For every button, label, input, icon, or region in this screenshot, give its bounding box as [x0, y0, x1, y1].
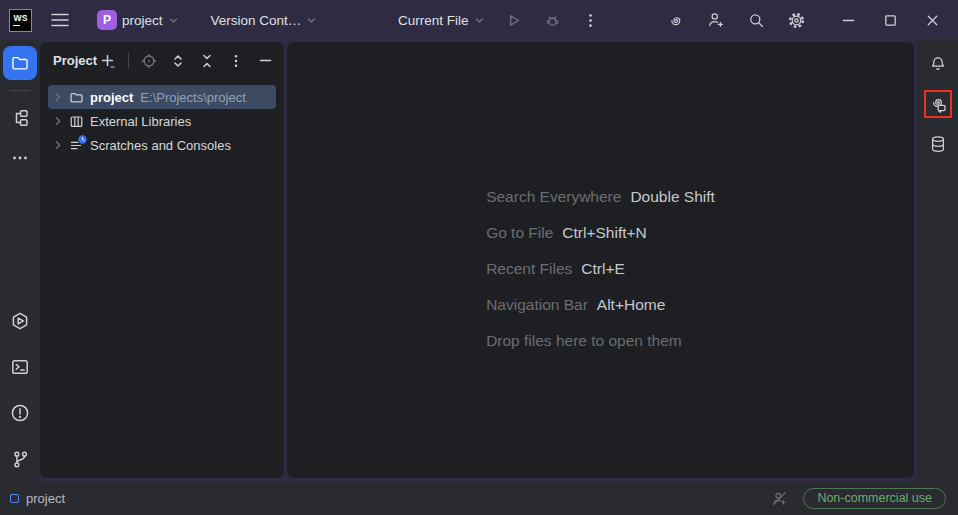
code-with-me-disabled-button[interactable] [770, 489, 789, 508]
main-menu-button[interactable] [51, 13, 69, 27]
debug-button[interactable] [536, 11, 569, 30]
window-controls [841, 13, 940, 28]
structure-toolwindow-button[interactable] [3, 101, 37, 135]
chevron-down-icon [168, 15, 179, 26]
ellipsis-icon [11, 149, 29, 167]
collapse-all-button[interactable] [196, 50, 218, 72]
terminal-icon [10, 357, 30, 377]
chevron-right-icon[interactable] [52, 115, 64, 127]
shortcut-keys: Double Shift [630, 188, 714, 206]
database-icon [928, 134, 948, 154]
minimize-icon [841, 13, 856, 28]
project-avatar-badge: P [97, 10, 117, 30]
shortcut-row: Search Everywhere Double Shift [486, 188, 715, 210]
shortcut-action: Search Everywhere [486, 188, 621, 206]
kebab-menu-icon [229, 54, 243, 68]
status-project-widget[interactable]: project [10, 491, 65, 506]
shortcut-keys: Alt+Home [597, 296, 666, 314]
ai-assistant-button[interactable] [666, 11, 685, 30]
license-badge[interactable]: Non-commercial use [803, 488, 946, 509]
editor-empty-state: Search Everywhere Double Shift Go to Fil… [287, 42, 914, 478]
settings-button[interactable] [787, 11, 806, 30]
title-bar-right [666, 10, 958, 30]
status-project-name: project [26, 491, 65, 506]
problems-toolwindow-button[interactable] [7, 400, 33, 426]
terminal-toolwindow-button[interactable] [7, 354, 33, 380]
status-bar-right: Non-commercial use [770, 488, 946, 509]
collapse-all-icon [199, 53, 215, 69]
git-branch-icon [11, 450, 30, 469]
plus-icon [100, 53, 116, 69]
select-opened-file-button[interactable] [138, 50, 160, 72]
webstorm-logo-underscore [13, 25, 20, 27]
chevron-right-icon[interactable] [52, 91, 64, 103]
ai-assistant-spiral-icon [666, 11, 685, 30]
shortcut-keys: Ctrl+Shift+N [562, 224, 646, 242]
ai-chat-icon [928, 94, 948, 114]
shortcut-action: Go to File [486, 224, 553, 242]
shortcut-keys: Ctrl+E [581, 260, 625, 278]
minus-icon [258, 53, 273, 68]
project-panel-header: Project [40, 42, 284, 79]
chevron-down-icon [306, 15, 317, 26]
shortcut-row: Recent Files Ctrl+E [486, 260, 715, 282]
toolbar-divider [10, 90, 30, 91]
expand-all-icon [170, 53, 186, 69]
webstorm-logo[interactable]: WS [9, 9, 32, 32]
maximize-button[interactable] [883, 13, 898, 28]
expand-all-button[interactable] [167, 50, 189, 72]
project-panel-title: Project [53, 53, 97, 68]
panel-options-button[interactable] [225, 50, 247, 72]
run-toolbar: Current File [392, 0, 606, 40]
tree-node-label: External Libraries [90, 114, 191, 129]
drop-files-hint-row: Drop files here to open them [486, 332, 715, 354]
project-tool-window: Project [40, 42, 284, 478]
minimize-button[interactable] [841, 13, 856, 28]
clock-badge-icon [78, 135, 87, 144]
project-widget-label: project [122, 13, 163, 28]
notifications-button[interactable] [925, 51, 951, 77]
shortcut-action: Recent Files [486, 260, 572, 278]
maximize-icon [883, 13, 898, 28]
bug-icon [543, 11, 562, 30]
database-toolwindow-button[interactable] [925, 131, 951, 157]
version-control-toolwindow-button[interactable] [7, 446, 33, 472]
tree-row-scratches[interactable]: Scratches and Consoles [48, 133, 276, 157]
play-icon [504, 11, 523, 30]
ai-chat-toolwindow-button[interactable] [925, 91, 951, 117]
more-toolwindows-button[interactable] [3, 141, 37, 175]
search-icon [747, 11, 766, 30]
code-with-me-button[interactable] [706, 10, 726, 30]
tree-node-path: E:\Projects\project [140, 90, 246, 105]
new-item-button[interactable] [97, 50, 119, 72]
project-toolwindow-button[interactable] [3, 46, 37, 80]
actions-divider [128, 53, 129, 69]
services-toolwindow-button[interactable] [7, 308, 33, 334]
search-everywhere-button[interactable] [747, 11, 766, 30]
title-bar: WS P project Version Cont… Current File [0, 0, 958, 40]
project-widget[interactable]: P project [91, 6, 185, 34]
vcs-widget[interactable]: Version Cont… [205, 9, 324, 32]
more-actions-button[interactable] [575, 13, 606, 28]
close-button[interactable] [925, 13, 940, 28]
libraries-icon [69, 114, 84, 129]
run-button[interactable] [497, 11, 530, 30]
shortcut-row: Navigation Bar Alt+Home [486, 296, 715, 318]
structure-icon [10, 108, 30, 128]
hide-panel-button[interactable] [254, 50, 276, 72]
hamburger-icon [51, 13, 69, 27]
kebab-menu-icon [583, 13, 598, 28]
main-area: Project [40, 40, 917, 482]
run-configuration-widget[interactable]: Current File [392, 9, 491, 32]
tree-row-project[interactable]: project E:\Projects\project [48, 85, 276, 109]
shortcut-row: Go to File Ctrl+Shift+N [486, 224, 715, 246]
ide-body: Project [0, 40, 958, 482]
chevron-down-icon [474, 15, 485, 26]
shortcut-action: Navigation Bar [486, 296, 588, 314]
user-plus-icon [706, 10, 726, 30]
tree-row-external-libraries[interactable]: External Libraries [48, 109, 276, 133]
project-panel-actions [97, 50, 276, 72]
right-toolbar [917, 40, 958, 482]
chevron-right-icon[interactable] [52, 139, 64, 151]
run-configuration-label: Current File [398, 13, 469, 28]
